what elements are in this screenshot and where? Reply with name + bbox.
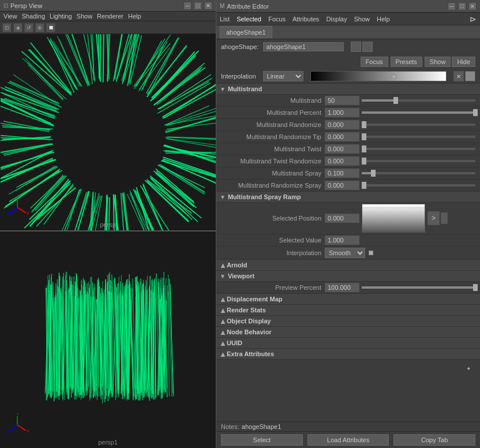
ae-menu-list[interactable]: List bbox=[220, 16, 230, 23]
uuid-section-header[interactable]: ▶ UUID bbox=[216, 338, 480, 349]
toolbar-icon-4[interactable]: ⊕ bbox=[35, 23, 44, 32]
attr-ramp-interpolation: Interpolation Smooth None Linear Spline bbox=[216, 247, 480, 260]
interp-select[interactable]: Linear None Smooth Spline bbox=[263, 71, 303, 81]
node-behavior-section-header[interactable]: ▶ Node Behavior bbox=[216, 327, 480, 338]
toolbar-icon-2[interactable]: ◈ bbox=[13, 23, 22, 32]
attr-ms-twist-randomize-input[interactable] bbox=[325, 156, 359, 166]
ae-menu-help[interactable]: Help bbox=[377, 16, 390, 23]
attr-ms-percent-slider[interactable] bbox=[362, 111, 475, 114]
ramp-interp-select[interactable]: Smooth None Linear Spline bbox=[325, 248, 365, 258]
attr-ms-randomize-tip-input[interactable] bbox=[325, 132, 359, 141]
attr-ms-randomize-tip-slider[interactable] bbox=[362, 136, 475, 138]
ramp-marker[interactable] bbox=[392, 74, 396, 79]
load-attributes-btn[interactable]: Load Attributes bbox=[308, 434, 389, 446]
menu-show[interactable]: Show bbox=[77, 13, 93, 20]
attr-multistrand-input[interactable] bbox=[325, 96, 359, 105]
viewport-section-header[interactable]: ▼ Viewport bbox=[216, 271, 480, 282]
menu-view[interactable]: View bbox=[3, 13, 17, 20]
ae-close-btn[interactable]: ✕ bbox=[468, 2, 477, 10]
attr-ms-spray: Multistrand Spray bbox=[216, 167, 480, 180]
uuid-triangle: ▶ bbox=[219, 341, 226, 345]
ae-minimize-btn[interactable]: ─ bbox=[448, 2, 456, 10]
ae-tab-ahogeshape[interactable]: ahogeShape1 bbox=[220, 26, 272, 39]
ae-menu-selected[interactable]: Selected bbox=[237, 16, 261, 23]
ae-menubar: List Selected Focus Attributes Display S… bbox=[216, 13, 480, 25]
attr-ms-randomize-input[interactable] bbox=[325, 120, 359, 129]
ramp-scrollbar bbox=[441, 212, 448, 224]
ramp-delete-btn[interactable]: ✕ bbox=[453, 71, 464, 81]
select-btn[interactable]: Select bbox=[221, 434, 303, 446]
displacement-section-header[interactable]: ▶ Displacement Map bbox=[216, 294, 480, 305]
ae-menu-focus[interactable]: Focus bbox=[268, 16, 286, 23]
ramp-interp-marker bbox=[369, 251, 373, 255]
maximize-btn[interactable]: □ bbox=[194, 2, 202, 10]
render-stats-section-header[interactable]: ▶ Render Stats bbox=[216, 305, 480, 316]
attr-ms-spray-input[interactable] bbox=[325, 169, 359, 178]
close-btn[interactable]: ✕ bbox=[204, 2, 212, 10]
focus-btn[interactable]: Focus bbox=[361, 57, 388, 67]
svg-line-8 bbox=[10, 425, 17, 431]
attr-preview-percent-slider[interactable] bbox=[362, 286, 475, 289]
spray-ramp-triangle: ▼ bbox=[220, 194, 226, 200]
hide-btn[interactable]: Hide bbox=[452, 57, 475, 67]
ae-content: Interpolation Linear None Smooth Spline … bbox=[216, 69, 480, 421]
spray-ramp-section-header[interactable]: ▼ Multistrand Spray Ramp bbox=[216, 192, 480, 203]
ae-node-input[interactable] bbox=[263, 42, 344, 51]
bottom-viewport-canvas: X Y Z persp1 bbox=[0, 232, 216, 448]
ae-node-label: ahogeShape: bbox=[221, 43, 258, 50]
ae-window-controls: ─ □ ✕ bbox=[448, 2, 477, 10]
ramp-expand-btn[interactable]: > bbox=[427, 211, 440, 225]
viewport-triangle: ▼ bbox=[220, 273, 226, 279]
menu-renderer[interactable]: Renderer bbox=[97, 13, 123, 20]
ramp-color-btn[interactable] bbox=[465, 71, 475, 81]
ae-menu-display[interactable]: Display bbox=[326, 16, 347, 23]
top-viewport: ⊡ Persp View ─ □ ✕ View Shading Lighting… bbox=[0, 0, 216, 232]
attr-ms-percent-input[interactable] bbox=[325, 108, 359, 117]
svg-text:Y: Y bbox=[16, 413, 20, 417]
toolbar-icon-5[interactable]: 🔲 bbox=[46, 23, 55, 32]
attr-ms-percent-label: Multistrand Percent bbox=[221, 109, 325, 116]
object-display-section-header[interactable]: ▶ Object Display bbox=[216, 316, 480, 327]
minimize-btn[interactable]: ─ bbox=[183, 2, 192, 10]
spray-ramp-title: Multistrand Spray Ramp bbox=[228, 193, 301, 200]
attr-ms-spray-slider[interactable] bbox=[362, 172, 475, 174]
attr-selected-value-input[interactable] bbox=[325, 236, 359, 245]
attr-ms-randomize-slider[interactable] bbox=[362, 124, 475, 126]
attr-ms-twist-slider[interactable] bbox=[362, 148, 475, 150]
toolbar-icon-3[interactable]: ↺ bbox=[24, 23, 33, 32]
extra-attr-title: Extra Attributes bbox=[227, 350, 274, 357]
render-stats-title: Render Stats bbox=[227, 307, 266, 313]
menu-shading[interactable]: Shading bbox=[22, 13, 45, 20]
multistrand-section-header[interactable]: ▼ Multistrand bbox=[216, 84, 480, 95]
ae-pin-btn[interactable]: ⊳ bbox=[470, 14, 477, 24]
attr-ms-twist-randomize-slider[interactable] bbox=[362, 160, 475, 162]
ae-menu-attributes[interactable]: Attributes bbox=[292, 16, 319, 23]
attr-preview-percent-input[interactable] bbox=[325, 283, 359, 292]
copy-tab-btn[interactable]: Copy Tab bbox=[393, 434, 475, 446]
show-btn[interactable]: Show bbox=[425, 57, 451, 67]
node-icon-1[interactable] bbox=[351, 42, 361, 52]
ramp-gradient[interactable] bbox=[310, 71, 447, 81]
node-icon-2[interactable] bbox=[362, 42, 373, 52]
menu-lighting[interactable]: Lighting bbox=[50, 13, 72, 20]
menu-help[interactable]: Help bbox=[128, 13, 141, 20]
ae-menu-show[interactable]: Show bbox=[354, 16, 370, 23]
attr-ms-twist-label: Multistrand Twist bbox=[221, 145, 325, 152]
attr-ms-randomize-spray-input[interactable] bbox=[325, 181, 359, 190]
toolbar-icon-1[interactable]: ⊡ bbox=[2, 23, 12, 32]
attr-ms-twist-input[interactable] bbox=[325, 144, 359, 154]
attr-multistrand-label: Multistrand bbox=[221, 97, 325, 104]
arnold-section-header[interactable]: ▶ Arnold bbox=[216, 260, 480, 271]
ae-maximize-btn[interactable]: □ bbox=[458, 2, 466, 10]
svg-line-0 bbox=[17, 207, 26, 213]
attr-selected-position-input[interactable] bbox=[325, 214, 359, 223]
ae-title: Attribute Editor bbox=[227, 3, 448, 10]
extra-attr-section-header[interactable]: ▶ Extra Attributes bbox=[216, 349, 480, 360]
attr-multistrand-slider[interactable] bbox=[362, 99, 475, 102]
render-stats-triangle: ▶ bbox=[219, 308, 226, 312]
bottom-viewport: X Y Z persp1 bbox=[0, 232, 216, 448]
attr-ms-randomize-spray-slider[interactable] bbox=[362, 184, 475, 186]
attr-preview-percent-label: Preview Percent bbox=[221, 284, 325, 291]
presets-btn[interactable]: Presets bbox=[391, 57, 422, 67]
attr-ms-twist-randomize: Multistrand Twist Randomize bbox=[216, 155, 480, 167]
